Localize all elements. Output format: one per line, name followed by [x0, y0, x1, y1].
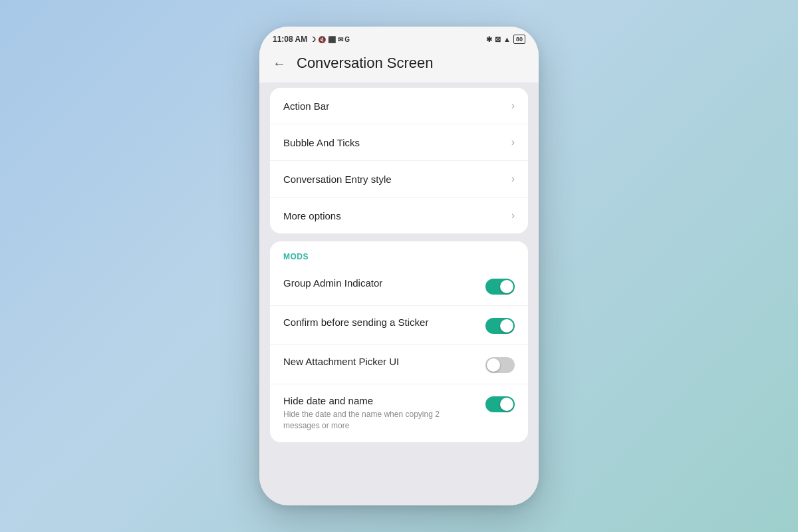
toggle-knob — [500, 280, 513, 293]
toggle-knob — [500, 398, 513, 411]
toggle-hide-date-name[interactable] — [485, 396, 515, 412]
toggle-knob — [487, 358, 500, 372]
menu-item-label: Action Bar — [283, 100, 329, 112]
content-scroll: Action Bar › Bubble And Ticks › Conversa… — [259, 82, 539, 505]
chevron-icon: › — [511, 173, 515, 185]
toggle-row-group-admin: Group Admin Indicator — [270, 267, 528, 306]
app-header: ← Conversation Screen — [259, 49, 539, 82]
toggle-sublabel-hide-date-name: Hide the date and the name when copying … — [283, 409, 475, 432]
screenshot-icon: ⊠ — [495, 35, 501, 44]
wifi-icon: ▲ — [503, 35, 511, 43]
page-title: Conversation Screen — [297, 55, 433, 72]
menu-item-label: Bubble And Ticks — [283, 137, 360, 148]
status-icons-left: ☽ 🔇 ⬛ ✉ G — [310, 36, 350, 43]
toggle-row-attachment-picker: New Attachment Picker UI — [270, 345, 528, 384]
toggle-group-admin[interactable] — [485, 279, 515, 295]
menu-card: Action Bar › Bubble And Ticks › Conversa… — [270, 88, 528, 233]
menu-item-more-options[interactable]: More options › — [270, 198, 528, 233]
chevron-icon: › — [511, 100, 515, 112]
menu-item-bubble-ticks[interactable]: Bubble And Ticks › — [270, 124, 528, 161]
chevron-icon: › — [511, 209, 515, 221]
toggle-row-confirm-sticker: Confirm before sending a Sticker — [270, 306, 528, 345]
toggle-label-attachment-picker: New Attachment Picker UI — [283, 356, 475, 367]
battery-icon: 80 — [513, 35, 525, 44]
status-time: 11:08 AM — [273, 35, 307, 44]
toggle-knob — [500, 319, 513, 332]
mods-section-label: MODS — [270, 241, 528, 267]
menu-item-action-bar[interactable]: Action Bar › — [270, 88, 528, 124]
menu-item-conversation-entry[interactable]: Conversation Entry style › — [270, 161, 528, 198]
toggle-label-confirm-sticker: Confirm before sending a Sticker — [283, 317, 475, 328]
menu-item-label: Conversation Entry style — [283, 174, 392, 185]
chevron-icon: › — [511, 136, 515, 148]
status-icons-right: ✱ ⊠ ▲ 80 — [486, 35, 525, 44]
status-time-group: 11:08 AM ☽ 🔇 ⬛ ✉ G — [273, 35, 350, 44]
toggle-label-group-admin: Group Admin Indicator — [283, 277, 475, 289]
status-bar: 11:08 AM ☽ 🔇 ⬛ ✉ G ✱ ⊠ ▲ 80 — [259, 27, 539, 49]
mods-card: MODS Group Admin Indicator Confirm befor… — [270, 241, 528, 442]
back-button[interactable]: ← — [273, 56, 286, 71]
toggle-label-hide-date-name: Hide date and name — [283, 395, 475, 406]
phone-shell: 11:08 AM ☽ 🔇 ⬛ ✉ G ✱ ⊠ ▲ 80 ← Conversati… — [259, 27, 539, 505]
toggle-row-hide-date-name: Hide date and name Hide the date and the… — [270, 384, 528, 442]
menu-item-label: More options — [283, 210, 341, 221]
toggle-confirm-sticker[interactable] — [485, 318, 515, 334]
toggle-attachment-picker[interactable] — [485, 357, 515, 373]
bluetooth-icon: ✱ — [486, 35, 492, 44]
